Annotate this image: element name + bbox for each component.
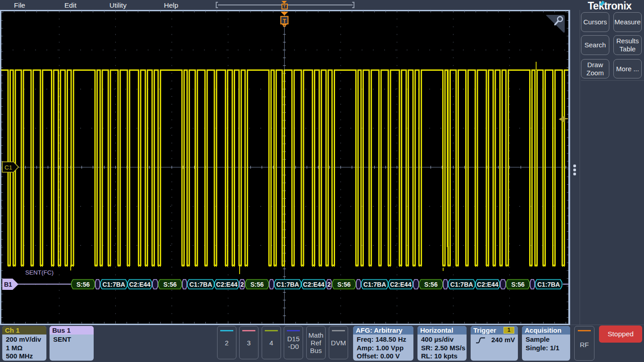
svg-text:S:56: S:56 xyxy=(424,281,438,288)
svg-text:C1: C1 xyxy=(5,164,12,171)
svg-text:S:56: S:56 xyxy=(77,281,90,288)
svg-text:C2:E44: C2:E44 xyxy=(303,281,325,288)
svg-text:T: T xyxy=(283,18,286,24)
svg-text:C2:E44: C2:E44 xyxy=(216,281,238,288)
svg-text:S:56: S:56 xyxy=(163,281,177,288)
svg-text:C1:7BA: C1:7BA xyxy=(102,281,125,288)
svg-text:C2:E44: C2:E44 xyxy=(477,281,499,288)
svg-text:2: 2 xyxy=(240,281,244,288)
svg-text:S:56: S:56 xyxy=(511,281,525,288)
svg-text:B1: B1 xyxy=(4,281,12,288)
svg-text:C1:7BA: C1:7BA xyxy=(277,281,299,288)
svg-text:C2:E44: C2:E44 xyxy=(390,281,412,288)
svg-text:S:56: S:56 xyxy=(250,281,264,288)
svg-text:C1:7BA: C1:7BA xyxy=(363,281,386,288)
svg-text:C1:7BA: C1:7BA xyxy=(450,281,473,288)
svg-text:C2:E44: C2:E44 xyxy=(129,281,151,288)
svg-text:C1:7BA: C1:7BA xyxy=(190,281,213,288)
svg-text:SENT(FC): SENT(FC) xyxy=(25,269,54,276)
svg-text:C1:7BA: C1:7BA xyxy=(537,281,560,288)
svg-text:2: 2 xyxy=(327,281,331,288)
svg-text:S:56: S:56 xyxy=(337,281,351,288)
